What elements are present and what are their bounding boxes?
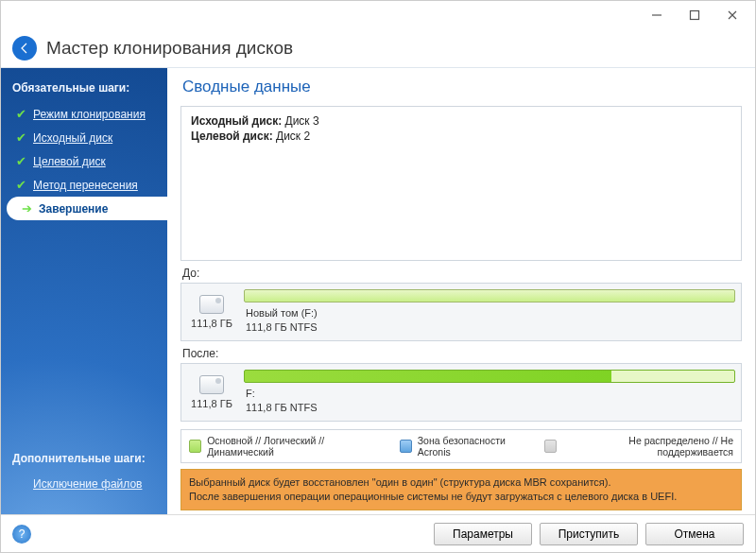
check-icon: ✔: [16, 178, 27, 192]
target-disk-value: Диск 2: [276, 130, 310, 143]
proceed-button[interactable]: Приступить: [540, 523, 638, 545]
step-label: Завершение: [39, 202, 108, 216]
legend-row: Основной // Логический // Динамический З…: [180, 429, 742, 463]
source-disk-value: Диск 3: [285, 114, 319, 128]
warning-line-1: Выбранный диск будет восстановлен "один …: [189, 475, 733, 490]
additional-steps-label: Дополнительные шаги:: [1, 448, 167, 473]
before-disk-size: 111,8 ГБ: [191, 318, 232, 329]
svg-rect-0: [691, 10, 699, 19]
after-partition-name: F:: [246, 387, 735, 401]
required-steps-label: Обязательные шаги:: [1, 78, 167, 102]
warning-line-2: После завершения операции операционные с…: [189, 490, 733, 504]
after-partition-details: 111,8 ГБ NTFS: [246, 401, 735, 415]
step-finish[interactable]: ➔ Завершение: [7, 197, 167, 220]
after-disk-size: 111,8 ГБ: [191, 398, 232, 409]
cancel-button[interactable]: Отмена: [645, 523, 744, 545]
step-label: Метод перенесения: [33, 179, 138, 192]
after-disk-box: 111,8 ГБ F: 111,8 ГБ NTFS: [180, 363, 742, 422]
before-partition-name: Новый том (F:): [246, 306, 735, 320]
disk-icon: [199, 295, 224, 314]
minimize-button[interactable]: [638, 2, 676, 28]
maximize-button[interactable]: [676, 2, 713, 28]
sidebar: Обязательные шаги: ✔ Режим клонирования …: [1, 68, 167, 514]
legend-security: Зона безопасности Acronis: [418, 435, 533, 458]
legend-primary: Основной // Логический // Динамический: [207, 435, 381, 458]
step-label: Режим клонирования: [33, 108, 146, 121]
back-button[interactable]: [12, 36, 37, 60]
step-target-disk[interactable]: ✔ Целевой диск: [1, 149, 167, 173]
legend-unallocated: Не распределено // Не поддерживается: [562, 435, 733, 458]
wizard-title: Мастер клонирования дисков: [46, 38, 293, 59]
params-button[interactable]: Параметры: [434, 523, 532, 545]
check-icon: ✔: [16, 154, 27, 168]
target-disk-label: Целевой диск:: [191, 130, 273, 143]
warning-box: Выбранный диск будет восстановлен "один …: [180, 469, 742, 510]
after-partition-bar[interactable]: [244, 370, 735, 383]
close-button[interactable]: [713, 2, 751, 28]
swatch-primary: [189, 440, 201, 453]
after-label: После:: [182, 347, 742, 360]
step-move-method[interactable]: ✔ Метод перенесения: [1, 173, 167, 197]
step-clone-mode[interactable]: ✔ Режим клонирования: [1, 102, 167, 126]
before-label: До:: [182, 267, 742, 280]
step-exclude-files[interactable]: Исключение файлов: [1, 473, 167, 495]
check-icon: ✔: [16, 107, 27, 121]
disk-icon: [199, 375, 224, 394]
source-disk-label: Исходный диск:: [191, 114, 282, 128]
step-label: Исходный диск: [33, 131, 112, 145]
before-disk-box: 111,8 ГБ Новый том (F:) 111,8 ГБ NTFS: [180, 283, 742, 341]
arrow-right-icon: ➔: [22, 201, 33, 216]
summary-box: Исходный диск: Диск 3 Целевой диск: Диск…: [180, 106, 742, 261]
swatch-security: [400, 440, 412, 453]
check-icon: ✔: [16, 130, 27, 145]
before-partition-bar[interactable]: [244, 289, 735, 302]
help-button[interactable]: ?: [12, 525, 31, 544]
step-label: Целевой диск: [33, 155, 106, 168]
step-label: Исключение файлов: [33, 477, 142, 491]
swatch-unallocated: [544, 440, 557, 453]
step-source-disk[interactable]: ✔ Исходный диск: [1, 126, 167, 149]
page-title: Сводные данные: [182, 78, 742, 96]
main-panel: Сводные данные Исходный диск: Диск 3 Цел…: [167, 68, 755, 514]
before-partition-details: 111,8 ГБ NTFS: [246, 320, 735, 335]
